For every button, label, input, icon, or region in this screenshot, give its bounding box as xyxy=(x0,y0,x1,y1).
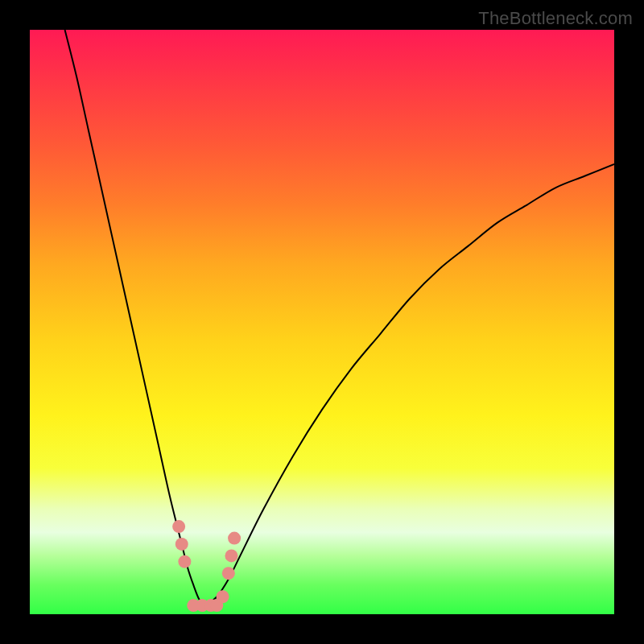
trough-marker xyxy=(172,520,185,533)
trough-marker xyxy=(217,590,229,603)
trough-marker xyxy=(178,555,191,568)
trough-marker xyxy=(225,549,237,562)
watermark-text: TheBottleneck.com xyxy=(478,8,633,29)
trough-marker-group xyxy=(172,520,241,612)
trough-marker xyxy=(228,532,241,545)
curve-left-branch xyxy=(65,30,205,605)
curve-right-branch xyxy=(205,164,614,605)
plot-area xyxy=(30,30,614,614)
chart-frame: TheBottleneck.com xyxy=(0,0,644,644)
chart-svg xyxy=(30,30,614,614)
trough-marker xyxy=(222,567,235,580)
trough-marker xyxy=(175,538,188,551)
